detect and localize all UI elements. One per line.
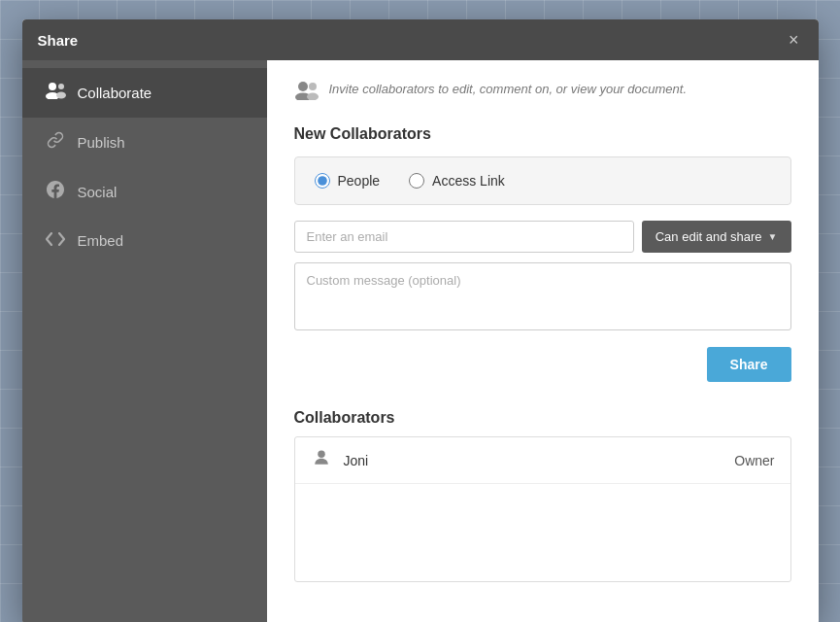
close-button[interactable]: ×	[785, 29, 803, 51]
email-input[interactable]	[294, 221, 634, 253]
collaborator-row: Joni Owner	[295, 437, 790, 484]
sidebar-embed-label: Embed	[78, 232, 124, 249]
people-radio[interactable]	[315, 173, 330, 189]
new-collaborators-title: New Collaborators	[294, 125, 791, 143]
radio-group: People Access Link	[294, 156, 791, 205]
collaborator-name: Joni	[344, 453, 723, 468]
collaborators-table: Joni Owner	[294, 436, 791, 582]
modal-header: Share ×	[22, 19, 819, 60]
publish-icon	[45, 131, 66, 154]
access-link-radio[interactable]	[409, 173, 424, 189]
collab-header-icon	[294, 81, 319, 106]
sidebar-item-publish[interactable]: Publish	[22, 118, 267, 167]
collaborator-empty-space	[295, 484, 790, 581]
sidebar-social-label: Social	[78, 184, 118, 200]
collaborate-header: Invite collaborators to edit, comment on…	[294, 80, 791, 106]
sidebar-item-social[interactable]: Social	[22, 167, 267, 217]
permission-caret-icon: ▼	[768, 231, 778, 242]
collab-header-text: Invite collaborators to edit, comment on…	[329, 80, 688, 99]
modal-overlay: Share × Collaborate	[0, 0, 840, 622]
sidebar-item-collaborate[interactable]: Collaborate	[22, 68, 267, 118]
svg-point-2	[58, 84, 64, 89]
invite-row: Can edit and share ▼	[294, 221, 791, 253]
social-icon	[45, 181, 66, 203]
content-area: Invite collaborators to edit, comment on…	[267, 60, 819, 622]
collaborator-user-icon	[311, 449, 332, 471]
embed-icon	[45, 230, 66, 251]
svg-point-0	[49, 83, 56, 90]
people-radio-label[interactable]: People	[315, 173, 381, 189]
collaborate-icon	[45, 82, 66, 104]
collaborators-title: Collaborators	[294, 409, 791, 427]
svg-point-8	[318, 451, 325, 459]
svg-point-7	[307, 93, 319, 101]
access-link-radio-label[interactable]: Access Link	[409, 173, 505, 189]
message-textarea[interactable]	[294, 262, 791, 330]
share-modal: Share × Collaborate	[22, 19, 819, 622]
svg-point-4	[298, 82, 308, 91]
sidebar-publish-label: Publish	[78, 134, 125, 151]
people-radio-text: People	[338, 173, 381, 189]
modal-title: Share	[38, 32, 79, 49]
collaborator-role: Owner	[734, 453, 774, 468]
permission-button[interactable]: Can edit and share ▼	[642, 221, 791, 253]
svg-point-6	[309, 83, 317, 90]
share-button[interactable]: Share	[707, 347, 791, 382]
sidebar-collaborate-label: Collaborate	[78, 85, 152, 101]
sidebar-item-embed[interactable]: Embed	[22, 217, 267, 264]
modal-body: Collaborate Publish	[22, 60, 819, 622]
access-link-radio-text: Access Link	[432, 173, 505, 189]
share-button-row: Share	[294, 347, 791, 382]
svg-point-3	[56, 92, 66, 99]
permission-label: Can edit and share	[655, 229, 762, 244]
sidebar: Collaborate Publish	[22, 60, 267, 622]
